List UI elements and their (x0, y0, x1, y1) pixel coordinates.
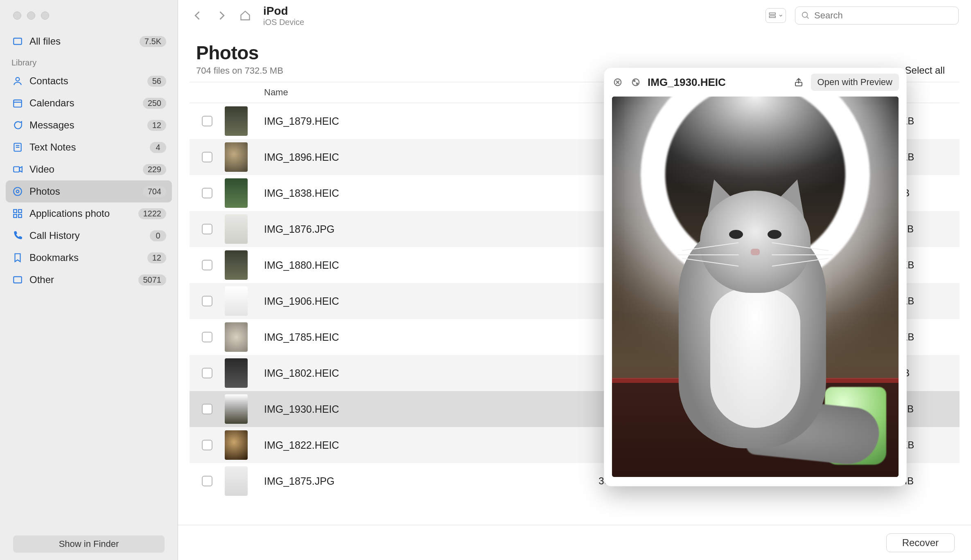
close-popover-button[interactable] (612, 76, 624, 88)
thumbnail (225, 250, 248, 280)
row-checkbox[interactable] (202, 224, 212, 234)
bookmarks-icon (11, 252, 24, 263)
popover-filename: IMG_1930.HEIC (648, 76, 786, 89)
breadcrumb: iPod iOS Device (263, 4, 304, 27)
sidebar-item-count: 56 (147, 76, 166, 87)
sidebar-item-count: 250 (143, 98, 166, 109)
sidebar-item-contacts[interactable]: Contacts56 (6, 70, 172, 92)
row-checkbox[interactable] (202, 260, 212, 270)
sidebar-item-label: Video (29, 164, 137, 175)
toolbar: iPod iOS Device (178, 0, 971, 31)
file-name: IMG_1879.HEIC (264, 115, 339, 127)
row-checkbox[interactable] (202, 188, 212, 198)
sidebar-item-callhist[interactable]: Call History0 (6, 225, 172, 247)
video-icon (11, 164, 24, 175)
select-all-button[interactable]: Select all (905, 65, 953, 76)
search-field[interactable] (795, 7, 959, 25)
file-name: IMG_1875.JPG (264, 475, 334, 487)
sidebar-item-video[interactable]: Video229 (6, 158, 172, 180)
messages-icon (11, 120, 24, 130)
textnotes-icon (11, 142, 24, 153)
sidebar-item-textnotes[interactable]: Text Notes4 (6, 136, 172, 158)
row-checkbox[interactable] (202, 296, 212, 306)
svg-point-23 (632, 79, 639, 86)
svg-rect-14 (18, 214, 22, 218)
callhist-icon (11, 230, 24, 241)
sidebar-item-appsphoto[interactable]: Applications photo1222 (6, 202, 172, 225)
back-button[interactable] (190, 8, 205, 23)
svg-rect-17 (769, 16, 775, 18)
sidebar-item-all-files[interactable]: All files 7.5K (6, 30, 172, 52)
view-mode-dropdown[interactable] (766, 8, 786, 23)
show-in-finder-button[interactable]: Show in Finder (13, 535, 165, 553)
close-window-button[interactable] (13, 11, 21, 20)
thumbnail (225, 106, 248, 136)
search-input[interactable] (814, 10, 953, 21)
main-panel: iPod iOS Device Photos 704 files on 732.… (178, 0, 971, 560)
sidebar-item-count: 4 (150, 142, 166, 153)
page-title: Photos (196, 42, 905, 64)
sidebar-item-label: Contacts (29, 75, 142, 87)
row-checkbox[interactable] (202, 404, 212, 414)
share-button[interactable] (792, 76, 805, 89)
row-checkbox[interactable] (202, 440, 212, 450)
svg-rect-12 (18, 209, 22, 213)
device-title: iPod (263, 4, 304, 18)
fullscreen-window-button[interactable] (41, 11, 49, 20)
sidebar-item-count: 0 (150, 230, 166, 241)
file-name: IMG_1880.HEIC (264, 259, 339, 271)
files-icon (11, 36, 24, 47)
open-with-preview-button[interactable]: Open with Preview (811, 74, 899, 91)
column-header-name[interactable]: Name (256, 87, 575, 98)
svg-point-9 (16, 190, 19, 193)
sidebar-item-other[interactable]: Other5071 (6, 269, 172, 291)
svg-line-19 (807, 17, 809, 19)
sidebar-item-bookmarks[interactable]: Bookmarks12 (6, 247, 172, 269)
svg-rect-13 (14, 214, 17, 218)
file-name: IMG_1906.HEIC (264, 295, 339, 307)
svg-point-18 (802, 12, 808, 18)
recover-button[interactable]: Recover (886, 533, 955, 552)
home-button[interactable] (238, 8, 253, 23)
thumbnail (225, 394, 248, 424)
thumbnail (225, 142, 248, 172)
row-checkbox[interactable] (202, 116, 212, 126)
thumbnail (225, 286, 248, 316)
sidebar-item-count: 229 (143, 164, 166, 175)
quicklook-popover: IMG_1930.HEIC Open with Preview (604, 67, 907, 486)
thumbnail (225, 322, 248, 352)
sidebar-section-header: Library (6, 55, 172, 70)
svg-rect-15 (14, 277, 22, 283)
sidebar-item-messages[interactable]: Messages12 (6, 114, 172, 136)
sidebar-item-photos[interactable]: Photos704 (6, 180, 172, 202)
svg-rect-7 (14, 167, 19, 172)
sidebar-item-label: Applications photo (29, 208, 133, 219)
file-name: IMG_1896.HEIC (264, 151, 339, 163)
minimize-window-button[interactable] (27, 11, 35, 20)
sidebar-item-label: Messages (29, 119, 142, 131)
sidebar-item-count: 7.5K (140, 36, 166, 47)
sidebar-item-calendars[interactable]: Calendars250 (6, 92, 172, 114)
photos-icon (11, 186, 24, 197)
thumbnail (225, 178, 248, 208)
forward-button[interactable] (214, 8, 229, 23)
search-icon (801, 11, 810, 20)
sidebar: All files 7.5K Library Contacts56Calenda… (0, 0, 178, 560)
sidebar-item-label: Bookmarks (29, 252, 142, 263)
row-checkbox[interactable] (202, 368, 212, 378)
thumbnail (225, 430, 248, 460)
sidebar-item-label: All files (29, 36, 134, 47)
sidebar-item-label: Photos (29, 186, 137, 197)
sidebar-item-label: Call History (29, 230, 144, 241)
sidebar-item-count: 12 (147, 120, 166, 131)
row-checkbox[interactable] (202, 152, 212, 162)
svg-point-10 (14, 187, 22, 196)
expand-popover-button[interactable] (630, 76, 642, 88)
sidebar-item-count: 12 (147, 252, 166, 263)
device-subtitle: iOS Device (263, 18, 304, 27)
row-checkbox[interactable] (202, 476, 212, 486)
row-checkbox[interactable] (202, 332, 212, 342)
thumbnail (225, 466, 248, 496)
thumbnail (225, 214, 248, 244)
sidebar-item-label: Other (29, 274, 133, 286)
